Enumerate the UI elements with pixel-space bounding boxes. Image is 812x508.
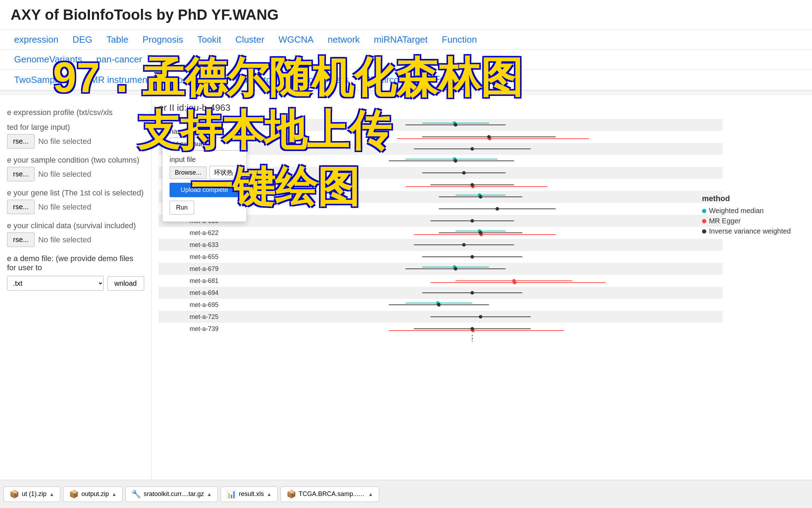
nav-function[interactable]: Function (435, 30, 484, 49)
chevron-up-icon-3: ▲ (267, 491, 272, 497)
browse-btn-4[interactable]: rse... (7, 232, 35, 247)
taskbar: 📦 ut (1).zip ▲ 📦 output.zip ▲ 🔧 sratoolk… (0, 480, 812, 508)
legend-item-wm: Weighted median (702, 207, 791, 215)
legend-area: method Weighted median MR Egger Inverse … (702, 194, 791, 237)
svg-point-62 (470, 255, 474, 259)
svg-point-58 (462, 243, 466, 247)
section-sublabel-1: ted for large input) (7, 123, 144, 132)
demo-dropdown[interactable]: .txt (7, 276, 104, 291)
taskbar-item-2[interactable]: 🔧 sratoolkit.curr....tar.gz ▲ (125, 486, 218, 502)
svg-text:met-a-725: met-a-725 (190, 313, 219, 320)
browse-btn-1[interactable]: rse... (7, 134, 35, 149)
svg-point-26 (462, 171, 466, 175)
no-file-text-3: No file selected (38, 202, 144, 212)
download-btn[interactable]: wnload (107, 276, 144, 291)
svg-point-12 (487, 135, 491, 139)
chevron-up-icon-0: ▲ (49, 491, 54, 497)
taskbar-label-1: output.zip (81, 490, 109, 498)
browse-btn-2[interactable]: rse... (7, 167, 35, 181)
demo-section: e a demo file: (we provide demo files fo… (7, 254, 144, 291)
svg-point-68 (454, 267, 457, 271)
svg-point-46 (470, 219, 474, 223)
legend-label-wm: Weighted median (709, 207, 764, 215)
legend-item-ivw: Inverse variance weighted (702, 227, 791, 235)
svg-text:met-a-679: met-a-679 (190, 265, 219, 272)
svg-text:met-a-622: met-a-622 (190, 229, 219, 236)
taskbar-label-0: ut (1).zip (22, 490, 47, 498)
taskbar-item-3[interactable]: 📊 result.xls ▲ (221, 486, 278, 502)
browse-btn-3[interactable]: rse... (7, 200, 35, 214)
file-input-row-1: rse... No file selected (7, 134, 144, 149)
taskbar-icon-1: 📦 (69, 490, 79, 499)
nav-wgcna[interactable]: WGCNA (271, 30, 321, 49)
chevron-up-icon-1: ▲ (112, 491, 117, 497)
svg-point-42 (496, 207, 499, 211)
taskbar-icon-2: 🔧 (131, 490, 141, 499)
overlay-text-1: 97．孟德尔随机化森林图 (53, 49, 523, 107)
file-input-row-4: rse... No file selected (7, 232, 144, 247)
svg-point-94 (470, 327, 474, 331)
no-file-text-2: No file selected (38, 170, 144, 179)
header: AXY of BioInfoTools by PhD YF.WANG (0, 0, 812, 30)
legend-item-egger: MR Egger (702, 217, 791, 225)
svg-point-32 (470, 183, 474, 187)
svg-text:met-a-694: met-a-694 (190, 289, 219, 296)
no-file-text-4: No file selected (38, 235, 144, 244)
chevron-up-icon-4: ▲ (368, 491, 373, 497)
legend-dot-ivw (702, 229, 706, 234)
svg-text:met-a-739: met-a-739 (190, 325, 219, 332)
navbar1: expression DEG Table Prognosis Tookit Cl… (0, 30, 812, 50)
nav-mirnatarget[interactable]: miRNATarget (367, 30, 435, 49)
nav-deg[interactable]: DEG (66, 30, 99, 49)
svg-text:met-a-681: met-a-681 (190, 277, 219, 284)
dropdown-row: .txt wnload (7, 276, 144, 291)
svg-text:met-a-695: met-a-695 (190, 301, 219, 308)
legend-dot-egger (702, 219, 706, 223)
left-panel: e expression profile (txt/csv/xls ted fo… (0, 95, 152, 480)
svg-point-38 (479, 195, 482, 199)
legend-label-egger: MR Egger (709, 217, 741, 225)
taskbar-icon-4: 📦 (287, 490, 296, 499)
svg-text:met-a-633: met-a-633 (190, 241, 219, 248)
legend-label-ivw: Inverse variance weighted (709, 227, 791, 235)
svg-point-54 (479, 231, 482, 235)
svg-text:met-a-655: met-a-655 (190, 253, 219, 260)
svg-point-16 (470, 147, 474, 151)
legend-title: method (702, 194, 791, 203)
nav-expression[interactable]: expression (7, 30, 66, 49)
header-title: AXY of BioInfoTools by PhD YF.WANG (11, 6, 279, 23)
taskbar-label-3: result.xls (239, 490, 264, 498)
nav-prognosis[interactable]: Prognosis (135, 30, 190, 49)
overlay-text-3: 一键绘图 (190, 159, 359, 216)
nav-cluster[interactable]: Cluster (228, 30, 271, 49)
svg-rect-69 (159, 275, 722, 287)
svg-point-6 (454, 123, 457, 127)
section-label-1: e expression profile (txt/csv/xls (7, 108, 144, 117)
section-label-2: e your sample condition (two columns) (7, 156, 144, 165)
section-label-4: e your clinical data (survival included) (7, 221, 144, 230)
legend-dot-wm (702, 209, 706, 213)
no-file-text-1: No file selected (38, 137, 144, 146)
taskbar-item-4[interactable]: 📦 TCGA.BRCA.samp....gz ▲ (281, 486, 379, 502)
taskbar-item-0[interactable]: 📦 ut (1).zip ▲ (4, 486, 60, 502)
nav-table[interactable]: Table (99, 30, 135, 49)
nav-network[interactable]: network (321, 30, 367, 49)
svg-point-88 (479, 315, 482, 319)
svg-point-84 (437, 303, 441, 307)
svg-point-74 (512, 279, 516, 283)
svg-point-22 (454, 159, 457, 163)
chevron-up-icon-2: ▲ (207, 491, 212, 497)
taskbar-icon-0: 📦 (10, 490, 19, 499)
nav-tookit[interactable]: Tookit (190, 30, 228, 49)
taskbar-label-4: TCGA.BRCA.samp....gz (299, 490, 365, 498)
file-input-row-2: rse... No file selected (7, 167, 144, 181)
section-label-3: e your gene list (The 1st col is selecte… (7, 188, 144, 198)
taskbar-icon-3: 📊 (227, 490, 236, 499)
taskbar-label-2: sratoolkit.curr....tar.gz (144, 490, 204, 498)
overlay-text-2: 支持本地上传 (137, 102, 391, 160)
taskbar-item-1[interactable]: 📦 output.zip ▲ (63, 486, 123, 502)
svg-point-78 (470, 291, 474, 295)
demo-title: e a demo file: (we provide demo files fo… (7, 254, 144, 272)
file-input-row-3: rse... No file selected (7, 200, 144, 214)
